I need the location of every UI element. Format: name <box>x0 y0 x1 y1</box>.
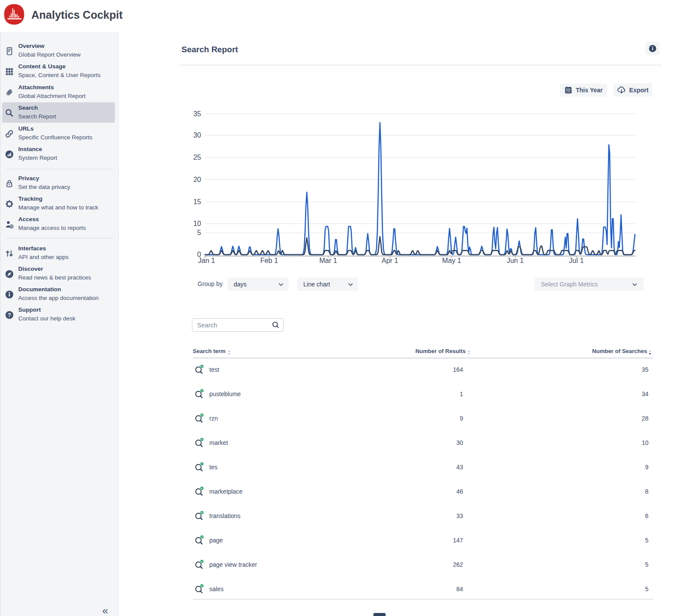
svg-text:Jun 1: Jun 1 <box>507 257 524 264</box>
svg-text:15: 15 <box>193 198 201 205</box>
svg-text:20: 20 <box>193 176 201 183</box>
svg-text:30: 30 <box>193 131 201 139</box>
svg-text:25: 25 <box>193 154 201 161</box>
svg-text:Jul 1: Jul 1 <box>569 257 584 264</box>
svg-text:10: 10 <box>193 220 201 227</box>
svg-text:?: ? <box>8 312 11 318</box>
svg-text:Feb 1: Feb 1 <box>260 257 278 264</box>
svg-text:Mar 1: Mar 1 <box>319 257 337 264</box>
svg-text:May 1: May 1 <box>442 257 461 264</box>
svg-text:35: 35 <box>193 110 201 118</box>
svg-text:0: 0 <box>197 251 201 258</box>
svg-text:5: 5 <box>197 229 201 236</box>
svg-text:Apr 1: Apr 1 <box>382 257 398 264</box>
